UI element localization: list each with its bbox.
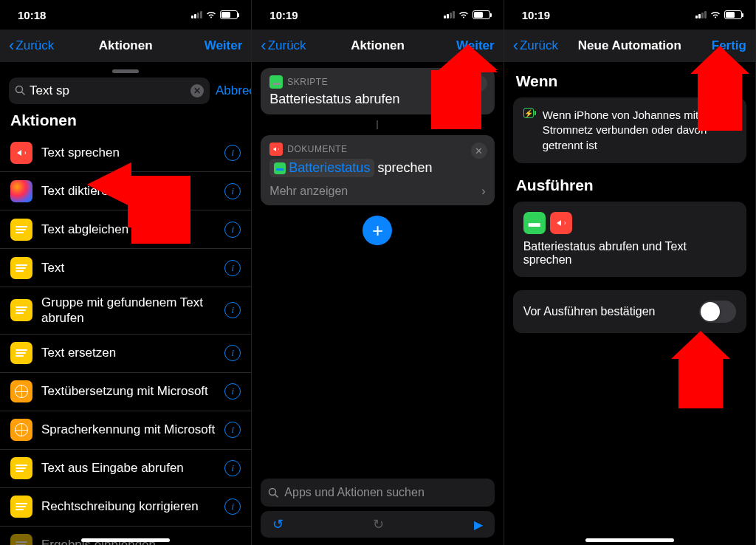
close-icon[interactable]: ✕ bbox=[471, 143, 487, 159]
status-bar: 10:19 bbox=[504, 0, 755, 30]
wifi-icon bbox=[458, 9, 470, 21]
close-icon[interactable]: ✕ bbox=[471, 75, 487, 92]
back-button[interactable]: ‹Zurück bbox=[513, 38, 558, 54]
confirm-toggle[interactable] bbox=[699, 301, 736, 323]
search-row: ✕ Abbrechen bbox=[0, 78, 251, 112]
status-bar: 10:18 bbox=[0, 0, 251, 30]
sheet-handle[interactable] bbox=[112, 69, 139, 73]
card-title: Batteriestatus abrufen bbox=[269, 92, 485, 107]
search-placeholder: Apps und Aktionen suchen bbox=[284, 486, 424, 499]
text-icon bbox=[10, 496, 32, 518]
home-indicator[interactable] bbox=[585, 538, 674, 542]
info-icon[interactable]: i bbox=[224, 145, 241, 161]
cellular-icon bbox=[444, 11, 455, 18]
search-field[interactable]: ✕ bbox=[9, 78, 210, 104]
done-button[interactable]: Fertig bbox=[712, 38, 746, 53]
card-category: ▬SKRIPTE bbox=[269, 75, 485, 89]
section-title: Aktionen bbox=[0, 112, 251, 134]
svg-line-6 bbox=[275, 495, 278, 498]
clear-icon[interactable]: ✕ bbox=[190, 84, 204, 97]
info-icon[interactable]: i bbox=[224, 383, 241, 400]
search-icon bbox=[15, 85, 25, 97]
wifi-icon bbox=[205, 9, 217, 21]
home-indicator[interactable] bbox=[81, 538, 170, 542]
list-item[interactable]: Text diktiereni bbox=[0, 172, 251, 210]
search-input[interactable] bbox=[30, 83, 186, 98]
undo-button[interactable]: ↺ bbox=[272, 516, 284, 532]
list-item[interactable]: Textübersetzung mit Microsofti bbox=[0, 373, 251, 411]
info-icon[interactable]: i bbox=[224, 302, 241, 318]
cancel-button[interactable]: Abbrechen bbox=[216, 83, 252, 98]
battery-icon: ▬ bbox=[523, 212, 546, 234]
battery-icon bbox=[472, 10, 490, 19]
battery-icon bbox=[724, 10, 742, 19]
screen-automation-summary: 10:19 ‹Zurück Neue Automation Fertig Wen… bbox=[504, 0, 756, 545]
redo-button[interactable]: ↻ bbox=[373, 516, 384, 532]
play-button[interactable]: ▶ bbox=[474, 518, 483, 532]
status-time: 10:18 bbox=[18, 9, 46, 21]
screen-automation-editor: 10:19 ‹Zurück Aktionen Weiter ▬SKRIPTE B… bbox=[252, 0, 504, 545]
globe-icon bbox=[10, 419, 32, 441]
section-when: Wenn bbox=[504, 62, 755, 95]
action-panel[interactable]: ▬ Batteriestatus abrufen und Text sprech… bbox=[513, 202, 746, 277]
variable-pill[interactable]: ▬Batteriestatus bbox=[269, 159, 374, 177]
status-time: 10:19 bbox=[522, 9, 550, 21]
wifi-icon bbox=[709, 9, 721, 21]
svg-line-1 bbox=[22, 92, 25, 95]
condition-panel[interactable]: ⚡ Wenn iPhone von Johannes mit dem Strom… bbox=[513, 97, 746, 163]
action-card-documents[interactable]: DOKUMENTE ▬Batteriestatus sprechen ✕ Meh… bbox=[261, 135, 494, 205]
nav-bar: ‹Zurück Neue Automation Fertig bbox=[504, 30, 755, 62]
battery-icon: ▬ bbox=[269, 75, 283, 89]
bottom-toolbar: ↺ ↻ ▶ bbox=[261, 511, 494, 538]
list-item[interactable]: Text ersetzeni bbox=[0, 335, 251, 373]
confirm-toggle-row: Vor Ausführen bestätigen bbox=[513, 290, 746, 333]
list-item[interactable]: Ergebnis einblenden bbox=[0, 527, 251, 546]
info-icon[interactable]: i bbox=[224, 460, 241, 476]
battery-icon bbox=[220, 10, 238, 19]
list-item[interactable]: Texti bbox=[0, 249, 251, 287]
text-icon bbox=[10, 534, 32, 545]
info-icon[interactable]: i bbox=[224, 498, 241, 515]
action-card-scripts[interactable]: ▬SKRIPTE Batteriestatus abrufen ✕ bbox=[261, 68, 494, 114]
list-item[interactable]: Text sprecheni bbox=[0, 134, 251, 172]
back-button[interactable]: ‹Zurück bbox=[261, 38, 306, 54]
text-icon bbox=[10, 457, 32, 479]
svg-marker-12 bbox=[671, 331, 730, 359]
globe-icon bbox=[10, 380, 32, 402]
card-title: ▬Batteriestatus sprechen bbox=[269, 159, 485, 177]
text-icon bbox=[10, 257, 32, 279]
info-icon[interactable]: i bbox=[224, 183, 241, 199]
action-icons: ▬ bbox=[523, 212, 736, 234]
add-action-button[interactable]: + bbox=[362, 216, 392, 245]
list-item[interactable]: Gruppe mit gefundenem Text abrufeni bbox=[0, 287, 251, 335]
list-item[interactable]: Rechtschreibung korrigiereni bbox=[0, 488, 251, 527]
back-button[interactable]: ‹Zurück bbox=[9, 38, 54, 54]
status-time: 10:19 bbox=[269, 9, 298, 21]
status-icons bbox=[191, 9, 238, 21]
list-item[interactable]: Spracherkennung mit Microsofti bbox=[0, 411, 251, 450]
connector-line bbox=[377, 120, 378, 129]
show-more-row[interactable]: Mehr anzeigen› bbox=[269, 185, 485, 198]
status-icons bbox=[444, 9, 490, 21]
battery-charging-icon: ⚡ bbox=[523, 108, 534, 118]
next-button[interactable]: Weiter bbox=[456, 38, 495, 53]
status-bar: 10:19 bbox=[252, 0, 503, 30]
cellular-icon bbox=[695, 11, 707, 18]
search-icon bbox=[268, 487, 278, 498]
list-item[interactable]: Text abgleicheni bbox=[0, 210, 251, 249]
condition-text: Wenn iPhone von Johannes mit dem Stromne… bbox=[543, 108, 736, 153]
info-icon[interactable]: i bbox=[224, 260, 241, 276]
text-icon bbox=[10, 219, 32, 241]
speaker-icon bbox=[550, 212, 572, 234]
actions-list: Text sprecheni Text diktiereni Text abgl… bbox=[0, 134, 251, 545]
info-icon[interactable]: i bbox=[224, 422, 241, 438]
speaker-icon bbox=[269, 143, 283, 156]
chevron-right-icon: › bbox=[481, 185, 485, 198]
list-item[interactable]: Text aus Eingabe abrufeni bbox=[0, 450, 251, 488]
info-icon[interactable]: i bbox=[224, 345, 241, 361]
chevron-left-icon: ‹ bbox=[261, 38, 266, 54]
bottom-search-field[interactable]: Apps und Aktionen suchen bbox=[261, 479, 494, 507]
battery-icon: ▬ bbox=[274, 162, 286, 174]
info-icon[interactable]: i bbox=[224, 222, 241, 238]
next-button[interactable]: Weiter bbox=[205, 38, 243, 53]
